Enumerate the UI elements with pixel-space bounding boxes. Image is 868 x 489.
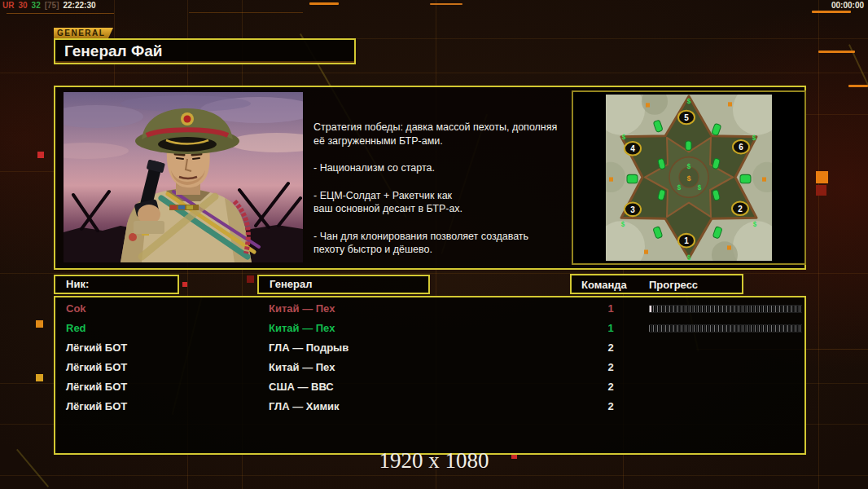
player-general: Китай — Пех [269,358,335,377]
stat-part: 32 [32,1,41,10]
supply-marker: $ [687,163,691,170]
supply-marker: $ [622,134,626,141]
start-position-4: 4 [625,142,641,156]
player-team: 2 [603,397,619,416]
network-stats-overlay: UR3032[75]22:22:30 [2,1,100,10]
supply-marker: $ [753,220,757,227]
column-header-team-progress: Команда Прогресс [570,274,743,294]
player-general: США — ВВС [269,377,334,397]
player-general: Китай — Пех [269,299,335,319]
general-title-box: Генерал Фай [54,38,356,64]
player-name: Red [66,319,86,338]
progress-cursor [650,306,651,312]
player-general: ГЛА — Подрыв [269,338,349,358]
player-general: Китай — Пех [269,319,335,338]
svg-text:6: 6 [739,143,743,152]
stat-part: UR [2,1,14,10]
svg-text:5: 5 [684,113,689,122]
supply-marker: $ [621,220,625,227]
supply-marker: $ [752,134,756,142]
map-terrain: $ $ $ $ $ $ $ $ $ $ [606,95,772,261]
briefing-paragraph: - Национализм со старта. [313,161,564,175]
player-roster: Cok Китай — Пех 1 Red Китай — Пех 1 Лёгк… [54,296,806,455]
svg-text:1: 1 [684,236,689,245]
start-position-6: 6 [733,140,749,154]
player-name: Лёгкий БОТ [66,377,127,397]
page-title: Генерал Фай [55,40,354,62]
supply-marker: $ [677,184,682,192]
supply-marker: $ [698,184,702,192]
player-progress-bar [649,305,802,313]
player-row: Cok Китай — Пех 1 [55,299,804,319]
map-preview-panel: $ $ $ $ $ $ $ $ $ $ [572,90,806,265]
player-general: ГЛА — Химик [269,397,340,416]
player-row: Red Китай — Пех 1 [55,319,804,338]
column-header-nick: Ник: [54,275,179,294]
player-name: Лёгкий БОТ [66,397,127,416]
resolution-overlay: 1920 x 1080 [0,448,868,474]
map-preview-image: $ $ $ $ $ $ $ $ $ $ [606,95,772,261]
briefing-paragraph: - Чан для клонирования позволяет создава… [313,230,564,257]
player-row: Лёгкий БОТ ГЛА — Химик 2 [55,397,804,416]
svg-text:3: 3 [630,205,635,214]
stat-part: 30 [18,1,27,10]
column-header-general: Генерал [257,275,430,294]
player-row: Лёгкий БОТ ГЛА — Подрыв 2 [55,338,804,358]
start-position-2: 2 [732,202,748,216]
column-header-team: Команда [581,277,627,293]
column-header-progress: Прогресс [649,277,698,293]
briefing-paragraph: - ЕЦМ-Солдат + Ракетчик как ваш основной… [313,189,564,216]
supply-marker: $ [687,98,691,105]
player-row: Лёгкий БОТ Китай — Пех 2 [55,358,804,377]
clock-text: 22:22:30 [64,1,96,10]
svg-text:4: 4 [630,144,635,153]
player-name: Лёгкий БОТ [66,338,127,358]
player-team: 2 [603,338,619,358]
briefing-paragraph: Стратегия победы: давка массой пехоты, д… [313,121,564,148]
general-tab-label: GENERAL [54,28,113,38]
briefing-panel: Стратегия победы: давка массой пехоты, д… [54,86,806,270]
player-name: Cok [66,299,86,319]
strategy-briefing: Стратегия победы: давка массой пехоты, д… [313,121,564,271]
general-portrait [64,92,303,262]
player-team: 1 [603,319,619,338]
player-team: 2 [603,358,619,377]
start-position-3: 3 [625,203,641,217]
svg-text:2: 2 [738,205,743,214]
start-position-5: 5 [678,111,695,125]
player-progress-bar [649,324,802,333]
player-team: 2 [603,377,619,397]
match-timer: 00:00:00 [831,1,864,10]
oil-marker: $ [686,174,690,182]
player-row: Лёгкий БОТ США — ВВС 2 [55,377,804,397]
stat-part: [75] [45,1,59,10]
start-position-1: 1 [678,234,695,248]
supply-marker: $ [687,254,691,261]
general-portrait-image [64,92,303,262]
player-name: Лёгкий БОТ [66,358,127,377]
player-team: 1 [603,299,619,319]
